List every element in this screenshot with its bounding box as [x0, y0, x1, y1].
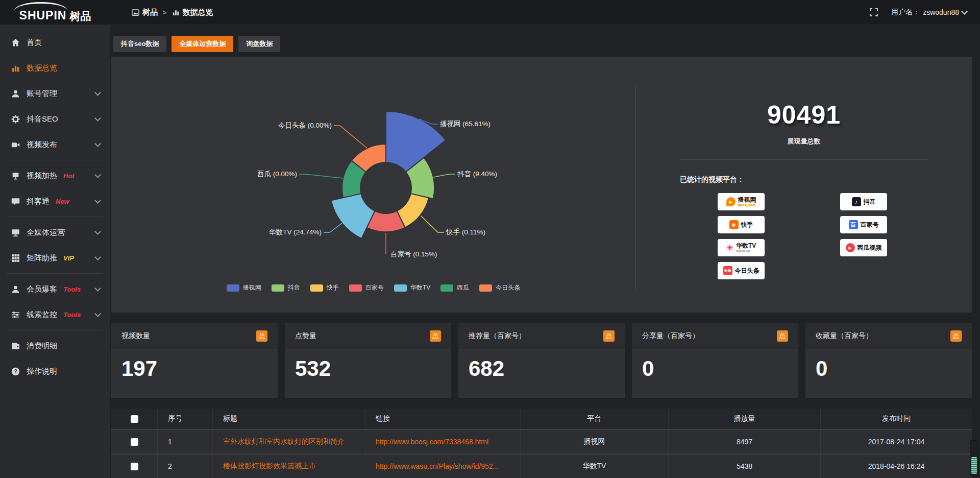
total-badge[interactable]: 总 [430, 330, 441, 342]
sidebar-item-9[interactable]: 矩阵助推VIP [0, 245, 110, 271]
fullscreen-icon[interactable] [870, 8, 878, 16]
legend-item-7[interactable]: 今日头条 [479, 283, 520, 292]
gear-icon [11, 115, 20, 124]
sidebar-item-tag: Tools [63, 311, 81, 319]
platform-chip-label: 抖音 [864, 199, 876, 205]
sidebar-item-12[interactable]: 消费明细 [0, 333, 110, 358]
platform-name: 播视网 [738, 197, 756, 203]
logo-suffix-text: 树品 [69, 11, 91, 21]
pie-label: 快手 (0.11%) [446, 228, 485, 236]
scrollbar-thumb[interactable] [971, 457, 977, 474]
user-menu[interactable]: 用户名： zswodun88 [891, 8, 967, 17]
legend-item-6[interactable]: 西瓜 [440, 283, 469, 292]
legend-item-4[interactable]: 百家号 [349, 283, 384, 292]
username: zswodun88 [923, 8, 959, 16]
legend-item-5[interactable]: 华数TV [394, 283, 430, 292]
platform-chip-baijiahao[interactable]: 百百家号 [840, 216, 887, 233]
stat-card-label: 收藏量（百家号） [816, 331, 873, 341]
platform-chip-xigua[interactable]: ▶西瓜视频 [840, 239, 887, 256]
platform-chip-boosj[interactable]: ▶播视网boosj.com [718, 193, 765, 210]
tab-2-active[interactable]: 全媒体运营数据 [172, 36, 233, 52]
stat-card-5: 收藏量（百家号）总0 [805, 323, 972, 398]
platform-subtext: wasu.cn [736, 249, 750, 253]
sidebar-item-5[interactable]: 视频发布 [0, 132, 110, 157]
user-label: 用户名： [891, 8, 920, 17]
table-header-cell: 链接 [365, 409, 521, 429]
label-leader-line [324, 223, 342, 232]
data-tabs: 抖音seo数据全媒体运营数据询盘数据 [113, 36, 280, 52]
video-icon [11, 140, 20, 149]
row-checkbox[interactable] [131, 463, 138, 470]
platform-chip-toutiao[interactable]: 头条今日头条 [718, 262, 765, 279]
impressions-total-value: 90491 [636, 100, 972, 130]
sidebar-item-label: 首页 [27, 38, 42, 47]
sidebar-item-11[interactable]: 线索监控Tools [0, 302, 110, 327]
sidebar-divider [7, 160, 103, 160]
stat-card-value: 682 [469, 356, 625, 381]
row-plays-cell: 8497 [669, 430, 821, 453]
video-title-link[interactable]: 室外水纹灯和室内水纹灯的区别和简介 [223, 437, 345, 446]
legend-item-2[interactable]: 抖音 [272, 283, 300, 292]
boosj-logo: ▶ [726, 197, 736, 206]
table-header-row: 序号标题链接平台播放量发布时间 [111, 409, 972, 429]
sidebar-item-7[interactable]: 抖客通New [0, 188, 110, 214]
sidebar-item-8[interactable]: 全媒体运营 [0, 220, 110, 245]
video-url-link[interactable]: http://www.boosj.com/7338468.html [376, 438, 488, 446]
sidebar-item-13[interactable]: ?操作说明 [0, 358, 110, 384]
sidebar-item-3[interactable]: 账号管理 [0, 81, 110, 106]
legend-swatch [349, 284, 362, 292]
total-badge[interactable]: 总 [256, 330, 267, 342]
app-logo[interactable]: SHUPIN 树品 [0, 0, 110, 25]
breadcrumb-item-current[interactable]: 数据总览 [172, 8, 213, 17]
platform-chip-wasu[interactable]: ✳华数TVwasu.cn [718, 239, 765, 256]
sidebar-item-10[interactable]: 会员爆客Tools [0, 276, 110, 302]
tab-3[interactable]: 询盘数据 [238, 36, 280, 52]
row-platform-cell: 播视网 [521, 430, 669, 453]
pie-slice-1[interactable] [386, 111, 446, 172]
platform-chip-kuaishou[interactable]: ◉快手 [718, 216, 765, 233]
sidebar-divider [7, 330, 103, 330]
sidebar-item-2-active[interactable]: 数据总览 [0, 55, 110, 81]
row-title-cell: 室外水纹灯和室内水纹灯的区别和简介 [213, 430, 365, 453]
chevron-down-icon [94, 254, 101, 260]
pie-label: 西瓜 (0.00%) [257, 170, 297, 178]
chat-icon [11, 197, 20, 206]
sidebar-item-6[interactable]: 视频加热Hot [0, 163, 110, 188]
sidebar-item-label: 矩阵助推 [27, 253, 57, 263]
platform-chip-douyin[interactable]: ♪抖音 [840, 193, 887, 210]
platform-chips-left: ▶播视网boosj.com◉快手✳华数TVwasu.cn头条今日头条 [718, 193, 765, 279]
breadcrumb-item-home[interactable]: 树品 [132, 8, 158, 17]
video-url-link[interactable]: http://www.wasu.cn/Play/show/id/952... [376, 462, 499, 470]
video-table: 序号标题链接平台播放量发布时间1室外水纹灯和室内水纹灯的区别和简介http://… [111, 409, 972, 478]
stat-card-label: 分享量（百家号） [642, 331, 699, 341]
video-title-link[interactable]: 楼体投影灯投影效果震撼上市 [223, 462, 316, 471]
legend-item-1[interactable]: 播视网 [227, 283, 261, 292]
select-all-checkbox[interactable] [131, 415, 138, 423]
impressions-summary: 90491 展现量总数 已统计的视频平台： ▶播视网boosj.com◉快手✳华… [636, 57, 972, 313]
platforms-title: 已统计的视频平台： [680, 175, 972, 184]
logo-brand-text: SHUPIN [19, 10, 67, 21]
legend-swatch [479, 284, 492, 292]
sidebar-item-1[interactable]: 首页 [0, 30, 110, 55]
platform-chip-label: 西瓜视频 [857, 245, 882, 251]
legend-item-3[interactable]: 快手 [310, 283, 339, 292]
chevron-down-icon [94, 140, 101, 147]
stat-card-header: 收藏量（百家号）总 [805, 323, 972, 349]
platform-name: 今日头条 [735, 268, 760, 274]
logo-arc-decoration [14, 2, 67, 11]
sidebar-item-tag: VIP [63, 254, 74, 262]
scrollbar-track[interactable] [970, 440, 978, 476]
row-checkbox[interactable] [131, 438, 138, 446]
stat-card-value: 532 [295, 356, 451, 381]
rose-pie-chart[interactable]: 播视网 (65.61%)抖音 (9.40%)快手 (0.11%)百家号 (0.1… [111, 57, 635, 313]
sidebar-item-4[interactable]: 抖音SEO [0, 106, 110, 132]
stat-card-value: 0 [642, 356, 798, 381]
platform-chip-label: 快手 [741, 222, 753, 228]
sidebar-item-label: 抖音SEO [27, 114, 58, 124]
row-link-cell: http://www.wasu.cn/Play/show/id/952... [365, 455, 521, 478]
total-badge[interactable]: 总 [950, 330, 962, 342]
total-badge[interactable]: 总 [777, 330, 788, 342]
pie-slice-5[interactable] [331, 194, 375, 238]
total-badge[interactable]: 总 [603, 330, 615, 342]
tab-1[interactable]: 抖音seo数据 [113, 36, 166, 52]
